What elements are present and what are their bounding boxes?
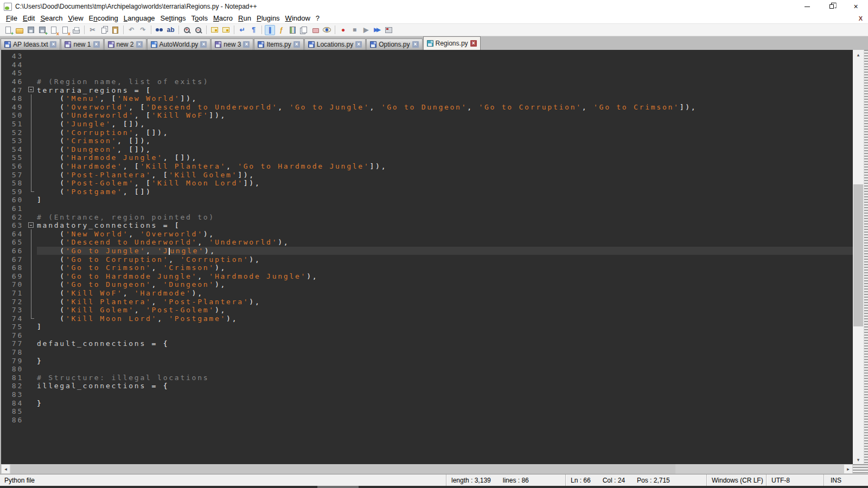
sync-horizontal-icon[interactable] [221, 25, 231, 35]
line-number: 45 [1, 69, 26, 77]
fold-margin [26, 229, 37, 238]
open-file-icon[interactable] [14, 25, 24, 35]
line-number: 60 [1, 196, 26, 204]
menu-item-tools[interactable]: Tools [189, 14, 210, 22]
close-button[interactable]: × [844, 0, 868, 13]
tab-items-py[interactable]: Items.py× [254, 38, 303, 50]
menu-item-view[interactable]: View [66, 14, 86, 22]
menu-item-run[interactable]: Run [235, 14, 254, 22]
scroll-left-icon[interactable]: ◂ [1, 464, 10, 474]
save-icon[interactable] [25, 25, 36, 35]
minimize-button[interactable] [795, 0, 819, 13]
fold-margin [26, 137, 37, 145]
tab-locations-py[interactable]: Locations.py× [304, 38, 366, 50]
scroll-up-icon[interactable]: ▴ [853, 50, 864, 59]
close-tab-icon[interactable]: × [243, 41, 250, 48]
menu-item-edit[interactable]: Edit [20, 14, 37, 22]
menu-item-macro[interactable]: Macro [210, 14, 235, 22]
cut-icon[interactable]: ✂ [87, 25, 98, 35]
menu-item-encoding[interactable]: Encoding [86, 14, 121, 22]
menu-item-plugins[interactable]: Plugins [254, 14, 283, 22]
print-icon[interactable] [71, 25, 81, 35]
find-icon[interactable] [154, 25, 164, 35]
menu-item-file[interactable]: File [3, 14, 20, 22]
tab-label: AutoWorld.py [159, 41, 199, 48]
copy-icon[interactable] [99, 25, 109, 35]
macro-save-icon[interactable] [384, 25, 394, 35]
window-resize-corner [853, 464, 868, 474]
fold-margin [26, 365, 37, 374]
horizontal-scrollbar[interactable]: ◂ ▸ [0, 464, 853, 474]
code-line-80: 80 [1, 365, 853, 374]
tab-label: new 3 [224, 41, 241, 48]
tab-ap-ideas-txt[interactable]: AP Ideas.txt× [1, 38, 60, 50]
paste-icon[interactable] [110, 25, 120, 35]
word-wrap-icon[interactable]: ↵ [237, 25, 247, 35]
restore-button[interactable] [819, 0, 844, 13]
macro-stop-icon[interactable]: ■ [349, 25, 360, 35]
fold-margin [26, 399, 37, 407]
menu-item-help[interactable]: ? [313, 14, 322, 22]
new-file-icon[interactable]: + [3, 25, 13, 35]
zoom-in-icon[interactable]: + [182, 25, 192, 35]
code-text: # Structure: illegal locations [37, 374, 853, 382]
menubar-close-icon[interactable]: X [859, 15, 863, 22]
status-column: Col : 24 [603, 477, 625, 484]
horizontal-scroll-thumb[interactable] [11, 464, 675, 474]
close-tab-icon[interactable]: × [136, 41, 143, 48]
menu-item-window[interactable]: Window [283, 14, 313, 22]
fold-collapse-icon[interactable] [28, 222, 34, 228]
code-line-44: 44 [1, 61, 853, 69]
close-tab-icon[interactable]: × [93, 41, 100, 48]
close-tab-icon[interactable]: × [470, 40, 477, 47]
redo-icon[interactable]: ↷ [138, 25, 148, 35]
replace-icon[interactable]: ab [165, 25, 176, 35]
document-map-icon[interactable] [288, 25, 298, 35]
document-list-icon[interactable] [299, 25, 309, 35]
editor-area: 43444546# (Region name, list of exits)47… [0, 50, 868, 464]
macro-play-icon[interactable]: ▶ [361, 25, 371, 35]
zoom-out-icon[interactable]: − [193, 25, 203, 35]
undo-icon[interactable]: ↶ [126, 25, 137, 35]
tab-autoworld-py[interactable]: AutoWorld.py× [147, 38, 211, 50]
fold-margin [26, 382, 37, 390]
scroll-right-icon[interactable]: ▸ [844, 464, 853, 474]
tab-new-3[interactable]: new 3× [211, 38, 253, 50]
code-line-74: 74 ('Kill Moon Lord', 'Postgame'), [1, 314, 853, 323]
close-tab-icon[interactable]: × [200, 41, 207, 48]
editor-text-area[interactable]: 43444546# (Region name, list of exits)47… [0, 50, 853, 464]
fold-collapse-icon[interactable] [28, 87, 34, 92]
close-all-icon[interactable]: x [60, 25, 70, 35]
toolbar-separator [335, 25, 335, 34]
tab-new-2[interactable]: new 2× [104, 38, 146, 50]
macro-run-multiple-icon[interactable]: ▶▶ [372, 25, 382, 35]
monitoring-icon[interactable] [322, 25, 332, 35]
menu-item-search[interactable]: Search [37, 14, 65, 22]
menu-item-settings[interactable]: Settings [158, 14, 189, 22]
scroll-down-icon[interactable]: ▾ [853, 455, 864, 464]
close-tab-icon[interactable]: × [355, 41, 362, 48]
close-icon[interactable]: x [48, 25, 59, 35]
vertical-scroll-thumb[interactable] [853, 184, 863, 326]
line-number: 75 [1, 323, 26, 331]
close-tab-icon[interactable]: × [293, 41, 300, 48]
function-list-icon[interactable]: ƒ [276, 25, 286, 35]
show-all-characters-icon[interactable]: ¶ [248, 25, 259, 35]
line-number: 62 [1, 213, 26, 221]
sync-vertical-icon[interactable] [209, 25, 220, 35]
tab-new-1[interactable]: new 1× [61, 38, 103, 50]
fold-margin [26, 289, 37, 298]
folder-as-workspace-icon[interactable] [310, 25, 321, 35]
tab-options-py[interactable]: Options.py× [366, 38, 422, 50]
tab-regions-py[interactable]: Regions.py× [423, 36, 481, 50]
close-tab-icon[interactable]: × [412, 41, 419, 48]
menu-item-language[interactable]: Language [121, 14, 158, 22]
indent-guide-icon[interactable]: ∥ [265, 25, 275, 35]
close-tab-icon[interactable]: × [50, 41, 56, 48]
save-all-icon[interactable]: + [37, 25, 47, 35]
status-insert-mode[interactable]: INS [824, 474, 868, 486]
tab-bar: AP Ideas.txt×new 1×new 2×AutoWorld.py×ne… [0, 36, 868, 50]
line-number: 85 [1, 407, 26, 415]
macro-record-icon[interactable]: ● [338, 25, 348, 35]
vertical-scrollbar[interactable]: ▴ ▾ [853, 50, 864, 464]
